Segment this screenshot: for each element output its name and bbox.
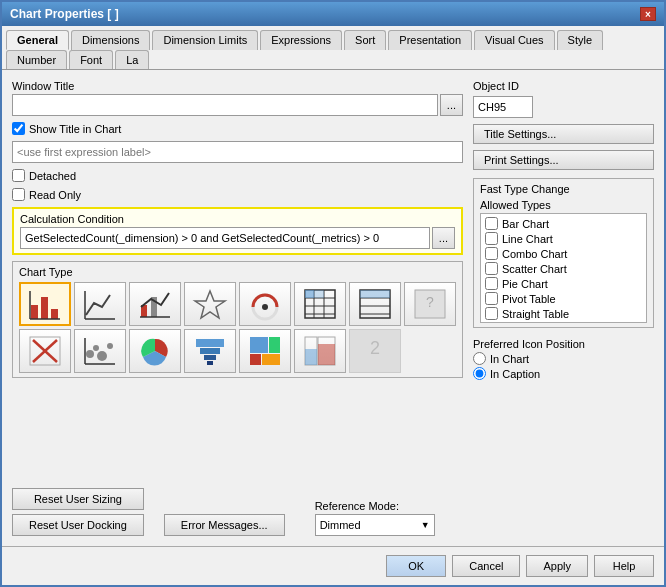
svg-rect-40 [204,355,216,360]
svg-rect-39 [200,348,220,354]
reset-sizing-button[interactable]: Reset User Sizing [12,488,144,510]
chart-icon-scatter2[interactable] [19,329,71,373]
chart-icon-pie[interactable] [129,329,181,373]
window-title-browse-button[interactable]: ... [440,94,463,116]
scatter-chart-label: Scatter Chart [502,263,567,275]
calc-condition-browse-button[interactable]: ... [432,227,455,249]
in-caption-label: In Caption [490,368,540,380]
bar-chart-label: Bar Chart [502,218,549,230]
svg-point-34 [107,343,113,349]
main-content: Window Title ... Show Title in Chart [2,70,664,546]
pie-chart-label: Pie Chart [502,278,548,290]
detached-label: Detached [29,170,76,182]
checkbox-pie-chart[interactable] [485,277,498,290]
left-column: Window Title ... Show Title in Chart [12,80,463,378]
detached-checkbox[interactable] [12,169,25,182]
window-title-input[interactable] [12,94,438,116]
read-only-label: Read Only [29,189,81,201]
reference-mode-section: Reference Mode: Dimmed ▼ [315,500,435,536]
list-item-straight[interactable]: Straight Table [483,306,644,321]
list-item-scatter[interactable]: Scatter Chart [483,261,644,276]
calc-condition-input[interactable] [20,227,430,249]
tab-la[interactable]: La [115,50,149,69]
window-title-input-row: ... [12,94,463,116]
checkbox-pivot-table[interactable] [485,292,498,305]
chart-icon-scatter[interactable] [184,282,236,326]
pref-icon-label: Preferred Icon Position [473,338,654,350]
svg-point-31 [86,350,94,358]
svg-rect-25 [360,290,390,298]
chart-icon-gauge[interactable] [239,282,291,326]
tab-visual-cues[interactable]: Visual Cues [474,30,555,50]
tab-general[interactable]: General [6,30,69,50]
checkbox-line-chart[interactable] [485,232,498,245]
svg-rect-45 [262,354,280,365]
help-button[interactable]: Help [594,555,654,577]
tab-font[interactable]: Font [69,50,113,69]
show-title-checkbox[interactable] [12,122,25,135]
cancel-button[interactable]: Cancel [452,555,520,577]
bottom-controls-row: Reset User Sizing Reset User Docking Err… [12,488,654,536]
window-title-section: Window Title ... [12,80,463,116]
tab-number[interactable]: Number [6,50,67,69]
radio-in-caption[interactable] [473,367,486,380]
checkbox-straight-table[interactable] [485,307,498,320]
window-title: Chart Properties [ ] [10,7,119,21]
svg-text:2: 2 [370,338,380,358]
error-messages-button[interactable]: Error Messages... [164,514,285,536]
list-item-pie[interactable]: Pie Chart [483,276,644,291]
tab-dimension-limits[interactable]: Dimension Limits [152,30,258,50]
pref-icon-section: Preferred Icon Position In Chart In Capt… [473,338,654,382]
checkbox-bar-chart[interactable] [485,217,498,230]
tab-expressions[interactable]: Expressions [260,30,342,50]
svg-rect-49 [318,344,335,365]
print-settings-button[interactable]: Print Settings... [473,150,654,170]
svg-rect-41 [207,361,213,365]
list-item-bar[interactable]: Bar Chart [483,216,644,231]
ok-button[interactable]: OK [386,555,446,577]
window-title-label: Window Title [12,80,463,92]
chart-icon-straight-table[interactable] [349,282,401,326]
tab-dimensions[interactable]: Dimensions [71,30,150,50]
right-column: Object ID CH95 Title Settings... Print S… [473,80,654,382]
svg-rect-2 [51,309,58,319]
chart-icon-treemap[interactable] [239,329,291,373]
svg-rect-42 [250,337,268,353]
list-item-line[interactable]: Line Chart [483,231,644,246]
reference-mode-select[interactable]: Dimmed ▼ [315,514,435,536]
chart-icon-pivot[interactable] [294,282,346,326]
checkbox-combo-chart[interactable] [485,247,498,260]
apply-button[interactable]: Apply [526,555,588,577]
chart-icon-line[interactable] [74,282,126,326]
chart-icon-disabled[interactable]: 2 [349,329,401,373]
tab-sort[interactable]: Sort [344,30,386,50]
tab-presentation[interactable]: Presentation [388,30,472,50]
reset-docking-button[interactable]: Reset User Docking [12,514,144,536]
read-only-checkbox[interactable] [12,188,25,201]
in-chart-label: In Chart [490,353,529,365]
chart-icon-unknown[interactable]: ? [404,282,456,326]
radio-in-chart[interactable] [473,352,486,365]
title-placeholder-input[interactable] [12,141,463,163]
tab-style[interactable]: Style [557,30,603,50]
checkbox-scatter-chart[interactable] [485,262,498,275]
list-item-combo[interactable]: Combo Chart [483,246,644,261]
svg-rect-38 [196,339,224,347]
chart-icon-bar[interactable] [19,282,71,326]
chart-icon-funnel[interactable] [184,329,236,373]
chart-icon-dot[interactable] [74,329,126,373]
footer-bar: OK Cancel Apply Help [2,546,664,585]
chart-icon-mekko[interactable] [294,329,346,373]
dropdown-arrow-icon: ▼ [421,520,430,530]
chart-icon-combo[interactable] [129,282,181,326]
title-placeholder-row [12,141,463,163]
object-id-section: Object ID CH95 [473,80,654,118]
object-id-value: CH95 [473,96,533,118]
straight-table-label: Straight Table [502,308,569,320]
list-item-pivot[interactable]: Pivot Table [483,291,644,306]
svg-point-32 [93,345,99,351]
title-settings-button[interactable]: Title Settings... [473,124,654,144]
fast-type-section: Fast Type Change Allowed Types Bar Chart… [473,178,654,328]
close-button[interactable]: × [640,7,656,21]
chart-type-section: Chart Type [12,261,463,378]
